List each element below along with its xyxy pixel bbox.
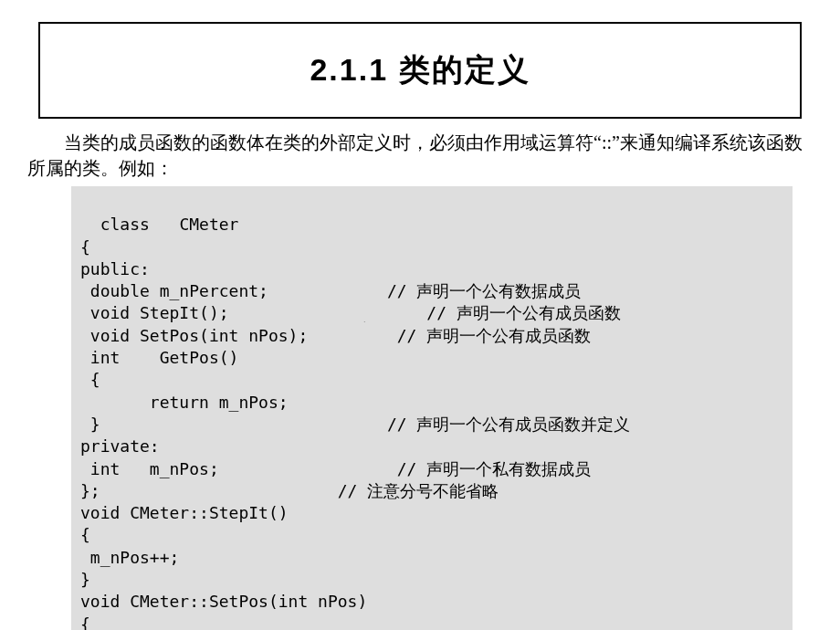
page-title: 2.1.1 类的定义 [40, 49, 800, 91]
code-block: class CMeter { public: double m_nPercent… [71, 186, 793, 630]
code-content: class CMeter { public: double m_nPercent… [80, 215, 630, 630]
title-box: 2.1.1 类的定义 [38, 22, 802, 119]
page-marker: . [363, 314, 366, 325]
intro-paragraph: 当类的成员函数的函数体在类的外部定义时，必须由作用域运算符“::”来通知编译系统… [27, 130, 813, 181]
